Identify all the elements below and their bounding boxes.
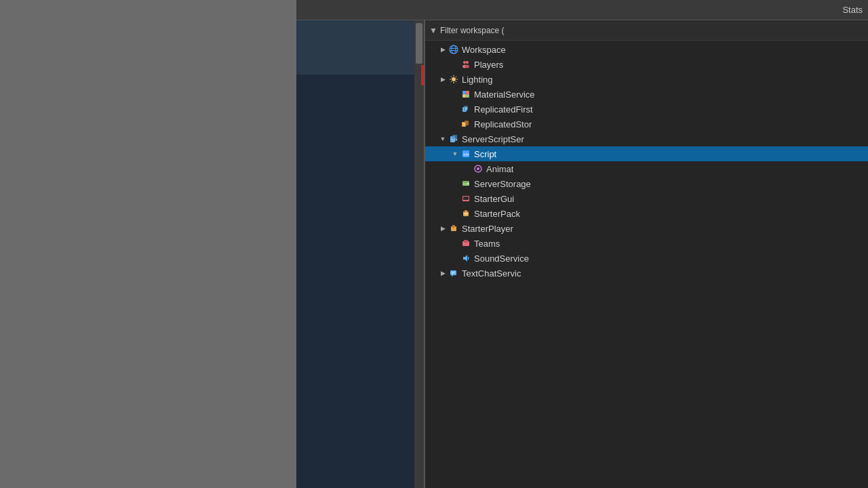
label-starterplayer: StarterPlayer — [462, 224, 513, 234]
svg-rect-49 — [464, 240, 468, 243]
tree-item-script[interactable]: </> Script — [425, 146, 868, 161]
svg-rect-19 — [462, 94, 466, 98]
svg-rect-40 — [463, 197, 469, 200]
svg-line-15 — [456, 77, 456, 77]
svg-point-38 — [467, 183, 469, 184]
filter-text: Filter workspace ( — [440, 26, 505, 35]
svg-line-14 — [456, 81, 456, 82]
svg-point-4 — [463, 61, 466, 64]
svg-marker-50 — [463, 255, 467, 262]
icon-startergui — [460, 193, 471, 204]
chevron-lighting — [437, 74, 448, 85]
svg-point-7 — [465, 65, 469, 68]
icon-workspace — [448, 44, 459, 55]
label-textchatservice: TextChatServic — [462, 268, 521, 279]
top-bar: Stats — [296, 0, 868, 20]
label-materialservice: MaterialService — [474, 89, 535, 100]
icon-replicatedstorage — [460, 119, 471, 129]
svg-line-16 — [451, 81, 452, 82]
svg-rect-37 — [462, 181, 469, 183]
tree-item-serverscriptservice[interactable]: </> ServerScriptSer — [425, 131, 868, 146]
label-animat: Animat — [486, 164, 513, 174]
icon-teams — [460, 238, 471, 249]
svg-rect-41 — [465, 201, 467, 201]
viewport-inner — [296, 20, 424, 75]
stats-label: Stats — [842, 5, 863, 15]
label-replicatedfirst: ReplicatedFirst — [474, 104, 533, 115]
svg-point-5 — [466, 61, 469, 64]
chevron-script — [450, 148, 460, 159]
svg-marker-52 — [452, 275, 454, 277]
tree-list: Workspace Players — [425, 41, 868, 488]
svg-text:</>: </> — [452, 138, 458, 142]
svg-point-0 — [450, 45, 458, 54]
label-starterpack: StarterPack — [474, 209, 520, 219]
tree-item-textchatservice[interactable]: TextChatServic — [425, 266, 868, 281]
svg-rect-17 — [462, 91, 466, 94]
label-serverstorage: ServerStorage — [474, 179, 531, 189]
chevron-starterplayer — [437, 223, 448, 234]
icon-replicatedfirst — [460, 104, 471, 115]
chevron-workspace — [437, 44, 448, 55]
tree-item-players[interactable]: Players — [425, 57, 868, 72]
icon-serverscriptservice: </> — [448, 134, 459, 144]
scrollbar-red-indicator — [421, 65, 424, 85]
main-panel: Stats ▼ Filter workspace ( — [296, 0, 868, 488]
label-soundservice: SoundService — [474, 253, 529, 264]
icon-serverstorage — [460, 178, 471, 189]
chevron-serverscriptservice — [437, 134, 448, 144]
tree-item-starterpack[interactable]: StarterPack — [425, 206, 868, 221]
icon-script: </> — [460, 148, 471, 159]
tree-item-materialservice[interactable]: MaterialService — [425, 87, 868, 102]
left-background — [0, 0, 296, 488]
filter-bar: ▼ Filter workspace ( — [425, 20, 868, 41]
label-serverscriptservice: ServerScriptSer — [462, 134, 524, 144]
label-lighting: Lighting — [462, 75, 493, 85]
explorer-panel: ▼ Filter workspace ( Workspac — [425, 20, 868, 488]
svg-point-1 — [452, 45, 456, 54]
viewport-area — [296, 20, 425, 488]
label-players: Players — [474, 60, 503, 70]
scrollbar-area[interactable] — [414, 20, 424, 488]
label-startergui: StarterGui — [474, 194, 514, 204]
tree-item-workspace[interactable]: Workspace — [425, 42, 868, 57]
icon-starterplayer — [448, 223, 459, 234]
icon-animat — [473, 163, 484, 174]
icon-lighting — [448, 74, 459, 85]
tree-item-soundservice[interactable]: SoundService — [425, 251, 868, 266]
label-replicatedstorage: ReplicatedStor — [474, 119, 532, 129]
filter-icon: ▼ — [429, 26, 437, 35]
svg-rect-18 — [466, 91, 469, 94]
scrollbar-thumb[interactable] — [416, 23, 422, 64]
svg-rect-51 — [450, 270, 456, 275]
label-script: Script — [474, 149, 496, 159]
label-teams: Teams — [474, 239, 500, 249]
tree-item-startergui[interactable]: StarterGui — [425, 191, 868, 206]
icon-players — [460, 59, 471, 70]
tree-item-serverstorage[interactable]: ServerStorage — [425, 176, 868, 191]
svg-line-13 — [451, 77, 452, 77]
svg-point-35 — [477, 167, 479, 170]
label-workspace: Workspace — [462, 45, 506, 55]
icon-materialservice — [460, 89, 471, 100]
tree-item-teams[interactable]: Teams — [425, 236, 868, 251]
icon-starterpack — [460, 208, 471, 219]
content-area: ▼ Filter workspace ( Workspac — [296, 20, 868, 488]
svg-rect-20 — [466, 94, 469, 98]
icon-soundservice — [460, 253, 471, 264]
tree-item-replicatedstorage[interactable]: ReplicatedStor — [425, 117, 868, 131]
svg-rect-22 — [464, 106, 468, 110]
icon-textchatservice — [448, 268, 459, 279]
chevron-textchatservice — [437, 268, 448, 279]
svg-point-8 — [452, 77, 456, 81]
tree-item-replicatedfirst[interactable]: ReplicatedFirst — [425, 102, 868, 117]
tree-item-animat[interactable]: Animat — [425, 161, 868, 176]
tree-item-lighting[interactable]: Lighting — [425, 72, 868, 87]
tree-item-starterplayer[interactable]: StarterPlayer — [425, 221, 868, 236]
svg-text:</>: </> — [463, 152, 469, 157]
svg-rect-47 — [452, 225, 455, 228]
